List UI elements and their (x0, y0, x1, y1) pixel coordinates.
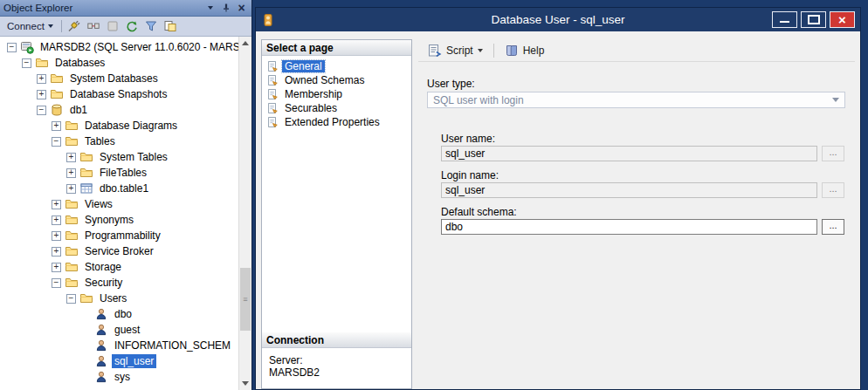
close-icon[interactable] (235, 2, 248, 15)
expander-spacer (81, 357, 91, 366)
window-position-icon[interactable] (203, 2, 217, 15)
expand-icon[interactable] (52, 200, 61, 209)
tree-item-dbo-table1[interactable]: dbo.table1 (0, 181, 238, 196)
default-schema-label: Default schema: (441, 206, 517, 218)
dialog-title: Database User - sql_user (256, 13, 860, 26)
database-icon (50, 103, 64, 117)
expand-icon[interactable] (52, 247, 61, 257)
user-name-browse-button[interactable]: ... (822, 146, 844, 161)
chevron-down-icon (48, 24, 53, 28)
collapse-icon[interactable] (52, 137, 61, 147)
object-explorer-header[interactable]: Object Explorer (0, 0, 251, 17)
connect-button[interactable]: Connect (3, 19, 58, 33)
expand-icon[interactable] (52, 231, 61, 241)
tree-item-label: Users (97, 291, 129, 305)
connect-icon (67, 19, 81, 33)
tree-item-synonyms[interactable]: Synonyms (0, 212, 238, 228)
folder-icon (65, 213, 79, 227)
tree-item-programmability[interactable]: Programmability (0, 228, 238, 243)
tree-item-guest[interactable]: guest (0, 322, 238, 338)
server-icon (20, 40, 34, 54)
dialog-title-bar[interactable]: Database User - sql_user (256, 8, 860, 31)
expander-spacer (81, 325, 91, 335)
page-item-securables[interactable]: Securables (264, 101, 410, 115)
user-icon (94, 323, 108, 337)
default-schema-input[interactable] (441, 219, 817, 235)
object-explorer-scrollbar[interactable] (238, 37, 251, 390)
auto-hide-pin-icon[interactable] (219, 2, 232, 15)
disconnect-button[interactable] (85, 18, 102, 35)
collapse-icon[interactable] (22, 58, 31, 68)
script-button[interactable]: Script (422, 41, 489, 60)
collapse-icon[interactable] (7, 43, 17, 52)
folder-icon (65, 276, 79, 290)
folder-icon (79, 166, 93, 180)
refresh-button[interactable] (123, 18, 141, 35)
tree-item-filetables[interactable]: FileTables (0, 165, 238, 181)
expand-icon[interactable] (37, 74, 46, 84)
tree-item-dbo[interactable]: dbo (0, 306, 238, 322)
collapse-icon[interactable] (66, 294, 76, 304)
expand-icon[interactable] (52, 121, 61, 131)
login-name-browse-button[interactable]: ... (822, 182, 844, 198)
tree-item-sys[interactable]: sys (0, 369, 238, 385)
page-item-label: Owned Schemas (282, 74, 367, 86)
page-item-owned-schemas[interactable]: Owned Schemas (264, 73, 410, 87)
expand-icon[interactable] (66, 184, 76, 194)
folder-icon (35, 56, 49, 70)
page-item-label: Extended Properties (282, 116, 382, 128)
default-schema-browse-button[interactable]: ... (822, 219, 844, 235)
collapse-icon[interactable] (37, 106, 46, 115)
tree-item-tables[interactable]: Tables (0, 133, 238, 149)
tree-item-db1[interactable]: db1 (0, 102, 238, 118)
object-explorer-title: Object Explorer (3, 3, 201, 13)
tree-item-system-tables[interactable]: System Tables (0, 149, 238, 165)
tree-item-sql-user[interactable]: sql_user (0, 353, 238, 369)
tree-item-users[interactable]: Users (0, 291, 238, 306)
user-type-select[interactable]: SQL user with login (427, 92, 845, 108)
close-button[interactable] (830, 11, 855, 28)
collapse-icon[interactable] (52, 278, 61, 288)
properties-button[interactable] (162, 18, 179, 35)
tree-item-database-diagrams[interactable]: Database Diagrams (0, 118, 238, 133)
tree-item-system-databases[interactable]: System Databases (0, 71, 238, 86)
connect-button[interactable] (65, 18, 83, 35)
tree-item-service-broker[interactable]: Service Broker (0, 243, 238, 259)
help-icon (505, 44, 519, 58)
expand-icon[interactable] (52, 216, 61, 225)
tree-item-storage[interactable]: Storage (0, 259, 238, 275)
tree-item-information-schem[interactable]: INFORMATION_SCHEM (0, 338, 238, 353)
tree-item-databases[interactable]: Databases (0, 55, 238, 71)
filter-icon (144, 19, 158, 33)
minimize-button[interactable] (772, 11, 797, 28)
help-button[interactable]: Help (499, 41, 551, 60)
tree-item-label: Service Broker (82, 244, 156, 258)
expand-icon[interactable] (66, 153, 76, 162)
folder-icon (50, 72, 64, 86)
tree-item-marsdb2-sql-server-11-0-6020-marsd[interactable]: MARSDB2 (SQL Server 11.0.6020 - MARSD (0, 39, 238, 55)
scroll-down-icon[interactable] (239, 377, 251, 390)
server-label: Server: (269, 354, 404, 366)
page-item-extended-properties[interactable]: Extended Properties (264, 115, 410, 129)
expand-icon[interactable] (52, 263, 61, 272)
page-item-general[interactable]: General (264, 59, 410, 73)
tree-item-label: dbo (112, 307, 134, 321)
login-name-input[interactable] (441, 182, 817, 198)
folder-icon (65, 229, 79, 243)
tree-item-views[interactable]: Views (0, 196, 238, 212)
folder-icon (50, 87, 64, 101)
tree-item-label: INFORMATION_SCHEM (112, 339, 233, 352)
scroll-up-icon[interactable] (239, 37, 251, 50)
stop-button[interactable] (104, 18, 121, 35)
scrollbar-thumb[interactable] (240, 268, 251, 331)
maximize-button[interactable] (801, 11, 826, 28)
tree-item-database-snapshots[interactable]: Database Snapshots (0, 86, 238, 102)
page-item-membership[interactable]: Membership (264, 87, 410, 101)
filter-button[interactable] (142, 18, 160, 35)
tree-item-security[interactable]: Security (0, 275, 238, 291)
expand-icon[interactable] (37, 90, 46, 99)
tree-item-label: FileTables (97, 166, 149, 180)
user-name-input[interactable] (441, 146, 817, 161)
expand-icon[interactable] (66, 168, 76, 178)
page-icon (266, 74, 279, 86)
